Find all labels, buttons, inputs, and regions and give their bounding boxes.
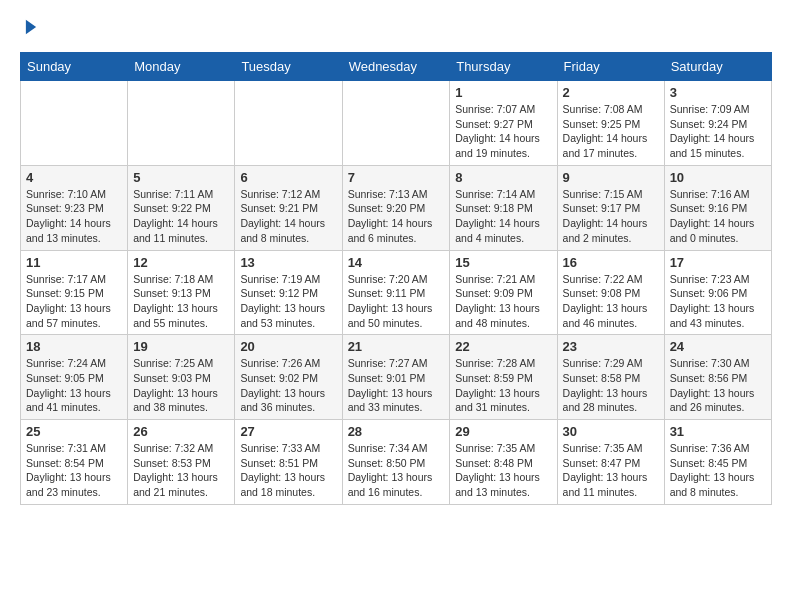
day-number: 28 [348, 424, 445, 439]
calendar-cell: 20Sunrise: 7:26 AM Sunset: 9:02 PM Dayli… [235, 335, 342, 420]
calendar-cell: 25Sunrise: 7:31 AM Sunset: 8:54 PM Dayli… [21, 420, 128, 505]
day-number: 27 [240, 424, 336, 439]
day-info: Sunrise: 7:15 AM Sunset: 9:17 PM Dayligh… [563, 187, 659, 246]
day-number: 9 [563, 170, 659, 185]
calendar-week-3: 11Sunrise: 7:17 AM Sunset: 9:15 PM Dayli… [21, 250, 772, 335]
svg-marker-0 [26, 20, 36, 35]
calendar-cell: 8Sunrise: 7:14 AM Sunset: 9:18 PM Daylig… [450, 165, 557, 250]
calendar-cell: 17Sunrise: 7:23 AM Sunset: 9:06 PM Dayli… [664, 250, 771, 335]
calendar-cell [235, 81, 342, 166]
day-number: 26 [133, 424, 229, 439]
calendar-cell: 31Sunrise: 7:36 AM Sunset: 8:45 PM Dayli… [664, 420, 771, 505]
day-info: Sunrise: 7:12 AM Sunset: 9:21 PM Dayligh… [240, 187, 336, 246]
day-number: 3 [670, 85, 766, 100]
calendar-cell: 18Sunrise: 7:24 AM Sunset: 9:05 PM Dayli… [21, 335, 128, 420]
day-number: 31 [670, 424, 766, 439]
day-info: Sunrise: 7:31 AM Sunset: 8:54 PM Dayligh… [26, 441, 122, 500]
calendar-cell: 4Sunrise: 7:10 AM Sunset: 9:23 PM Daylig… [21, 165, 128, 250]
day-info: Sunrise: 7:35 AM Sunset: 8:48 PM Dayligh… [455, 441, 551, 500]
day-number: 1 [455, 85, 551, 100]
calendar-week-5: 25Sunrise: 7:31 AM Sunset: 8:54 PM Dayli… [21, 420, 772, 505]
calendar-week-2: 4Sunrise: 7:10 AM Sunset: 9:23 PM Daylig… [21, 165, 772, 250]
day-info: Sunrise: 7:30 AM Sunset: 8:56 PM Dayligh… [670, 356, 766, 415]
calendar-week-4: 18Sunrise: 7:24 AM Sunset: 9:05 PM Dayli… [21, 335, 772, 420]
calendar-cell: 19Sunrise: 7:25 AM Sunset: 9:03 PM Dayli… [128, 335, 235, 420]
day-number: 5 [133, 170, 229, 185]
day-info: Sunrise: 7:32 AM Sunset: 8:53 PM Dayligh… [133, 441, 229, 500]
calendar-cell: 11Sunrise: 7:17 AM Sunset: 9:15 PM Dayli… [21, 250, 128, 335]
day-info: Sunrise: 7:20 AM Sunset: 9:11 PM Dayligh… [348, 272, 445, 331]
calendar-cell: 16Sunrise: 7:22 AM Sunset: 9:08 PM Dayli… [557, 250, 664, 335]
day-info: Sunrise: 7:08 AM Sunset: 9:25 PM Dayligh… [563, 102, 659, 161]
day-info: Sunrise: 7:09 AM Sunset: 9:24 PM Dayligh… [670, 102, 766, 161]
day-number: 22 [455, 339, 551, 354]
calendar-cell: 27Sunrise: 7:33 AM Sunset: 8:51 PM Dayli… [235, 420, 342, 505]
day-info: Sunrise: 7:18 AM Sunset: 9:13 PM Dayligh… [133, 272, 229, 331]
logo [20, 16, 46, 42]
day-info: Sunrise: 7:19 AM Sunset: 9:12 PM Dayligh… [240, 272, 336, 331]
day-number: 21 [348, 339, 445, 354]
calendar-header-friday: Friday [557, 53, 664, 81]
calendar-cell: 28Sunrise: 7:34 AM Sunset: 8:50 PM Dayli… [342, 420, 450, 505]
calendar-cell: 10Sunrise: 7:16 AM Sunset: 9:16 PM Dayli… [664, 165, 771, 250]
day-info: Sunrise: 7:17 AM Sunset: 9:15 PM Dayligh… [26, 272, 122, 331]
day-number: 14 [348, 255, 445, 270]
calendar-cell: 21Sunrise: 7:27 AM Sunset: 9:01 PM Dayli… [342, 335, 450, 420]
day-info: Sunrise: 7:33 AM Sunset: 8:51 PM Dayligh… [240, 441, 336, 500]
day-info: Sunrise: 7:21 AM Sunset: 9:09 PM Dayligh… [455, 272, 551, 331]
calendar-cell [342, 81, 450, 166]
day-number: 11 [26, 255, 122, 270]
calendar-cell: 3Sunrise: 7:09 AM Sunset: 9:24 PM Daylig… [664, 81, 771, 166]
day-info: Sunrise: 7:34 AM Sunset: 8:50 PM Dayligh… [348, 441, 445, 500]
page-header [20, 16, 772, 42]
day-info: Sunrise: 7:23 AM Sunset: 9:06 PM Dayligh… [670, 272, 766, 331]
calendar-cell: 14Sunrise: 7:20 AM Sunset: 9:11 PM Dayli… [342, 250, 450, 335]
day-info: Sunrise: 7:07 AM Sunset: 9:27 PM Dayligh… [455, 102, 551, 161]
day-number: 24 [670, 339, 766, 354]
day-number: 16 [563, 255, 659, 270]
day-number: 6 [240, 170, 336, 185]
calendar-cell: 23Sunrise: 7:29 AM Sunset: 8:58 PM Dayli… [557, 335, 664, 420]
day-info: Sunrise: 7:16 AM Sunset: 9:16 PM Dayligh… [670, 187, 766, 246]
calendar-header-tuesday: Tuesday [235, 53, 342, 81]
day-number: 15 [455, 255, 551, 270]
day-info: Sunrise: 7:13 AM Sunset: 9:20 PM Dayligh… [348, 187, 445, 246]
day-number: 7 [348, 170, 445, 185]
calendar-cell: 13Sunrise: 7:19 AM Sunset: 9:12 PM Dayli… [235, 250, 342, 335]
calendar-cell: 7Sunrise: 7:13 AM Sunset: 9:20 PM Daylig… [342, 165, 450, 250]
calendar-cell: 30Sunrise: 7:35 AM Sunset: 8:47 PM Dayli… [557, 420, 664, 505]
day-info: Sunrise: 7:22 AM Sunset: 9:08 PM Dayligh… [563, 272, 659, 331]
calendar-cell: 24Sunrise: 7:30 AM Sunset: 8:56 PM Dayli… [664, 335, 771, 420]
calendar-cell: 1Sunrise: 7:07 AM Sunset: 9:27 PM Daylig… [450, 81, 557, 166]
calendar-cell: 29Sunrise: 7:35 AM Sunset: 8:48 PM Dayli… [450, 420, 557, 505]
calendar-cell: 2Sunrise: 7:08 AM Sunset: 9:25 PM Daylig… [557, 81, 664, 166]
day-info: Sunrise: 7:11 AM Sunset: 9:22 PM Dayligh… [133, 187, 229, 246]
calendar-header-row: SundayMondayTuesdayWednesdayThursdayFrid… [21, 53, 772, 81]
calendar-cell: 6Sunrise: 7:12 AM Sunset: 9:21 PM Daylig… [235, 165, 342, 250]
calendar-table: SundayMondayTuesdayWednesdayThursdayFrid… [20, 52, 772, 505]
day-number: 4 [26, 170, 122, 185]
calendar-cell: 26Sunrise: 7:32 AM Sunset: 8:53 PM Dayli… [128, 420, 235, 505]
day-info: Sunrise: 7:35 AM Sunset: 8:47 PM Dayligh… [563, 441, 659, 500]
logo-icon [20, 16, 42, 38]
day-number: 13 [240, 255, 336, 270]
calendar-cell: 9Sunrise: 7:15 AM Sunset: 9:17 PM Daylig… [557, 165, 664, 250]
day-number: 25 [26, 424, 122, 439]
day-info: Sunrise: 7:14 AM Sunset: 9:18 PM Dayligh… [455, 187, 551, 246]
day-info: Sunrise: 7:25 AM Sunset: 9:03 PM Dayligh… [133, 356, 229, 415]
day-number: 20 [240, 339, 336, 354]
calendar-header-saturday: Saturday [664, 53, 771, 81]
calendar-header-thursday: Thursday [450, 53, 557, 81]
calendar-header-monday: Monday [128, 53, 235, 81]
day-number: 23 [563, 339, 659, 354]
calendar-cell [128, 81, 235, 166]
day-info: Sunrise: 7:26 AM Sunset: 9:02 PM Dayligh… [240, 356, 336, 415]
day-number: 8 [455, 170, 551, 185]
calendar-week-1: 1Sunrise: 7:07 AM Sunset: 9:27 PM Daylig… [21, 81, 772, 166]
calendar-cell: 15Sunrise: 7:21 AM Sunset: 9:09 PM Dayli… [450, 250, 557, 335]
day-info: Sunrise: 7:27 AM Sunset: 9:01 PM Dayligh… [348, 356, 445, 415]
day-info: Sunrise: 7:24 AM Sunset: 9:05 PM Dayligh… [26, 356, 122, 415]
day-number: 2 [563, 85, 659, 100]
calendar-header-wednesday: Wednesday [342, 53, 450, 81]
day-info: Sunrise: 7:29 AM Sunset: 8:58 PM Dayligh… [563, 356, 659, 415]
